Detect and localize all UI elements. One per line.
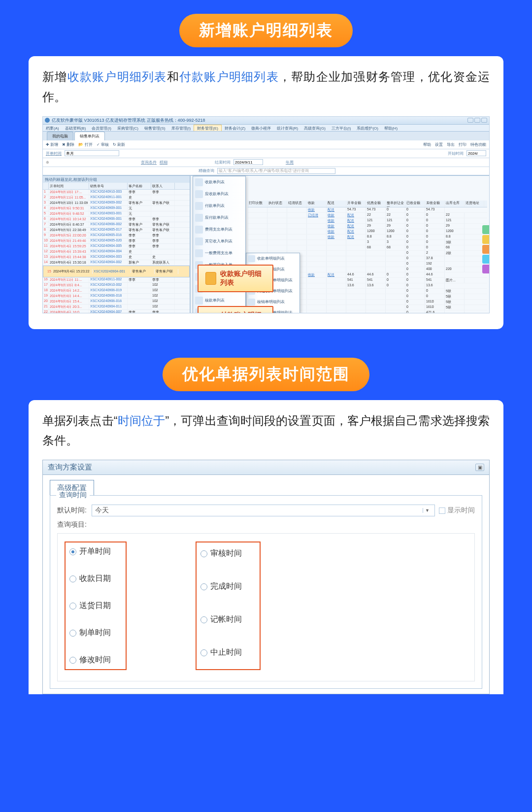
table-row[interactable]: 42024年9月9日 9:50:31XSCX20240909-001无: [43, 206, 190, 211]
menu-item[interactable]: 应收款单列表: [193, 188, 245, 200]
menu-item[interactable]: 一般费用支出单: [193, 247, 245, 259]
fuzzy-link[interactable]: 模糊: [160, 160, 167, 165]
callout-pay: 付款账户明细列表: [198, 306, 273, 313]
menu-item[interactable]: 费用支出单列表: [193, 224, 245, 236]
table-row[interactable]: 收款配送12112100121: [248, 218, 487, 224]
menu-item[interactable]: 付款单列表: [193, 200, 245, 212]
table-row[interactable]: 12024年9月10日 17:...XSCX20240910-003李李李李: [43, 190, 190, 195]
menu-item[interactable]: 应付款单列表: [193, 212, 245, 224]
radio-option[interactable]: 送货日期: [69, 601, 111, 611]
menu-item[interactable]: 帮助(H): [381, 125, 400, 131]
section1-header: 新增账户明细列表: [0, 0, 532, 56]
menu-icon: [195, 202, 203, 210]
radio-option[interactable]: 修改时间: [69, 655, 111, 665]
toolbar-right-item[interactable]: 打印: [459, 142, 466, 147]
filter-time-label[interactable]: 开单时间: [46, 151, 62, 156]
table-row[interactable]: 22024年9月11日 11:05...XSCX20240911-001史: [43, 195, 190, 201]
start-time-input[interactable]: [466, 150, 486, 156]
query-conditions-link[interactable]: 查询条件: [141, 160, 157, 165]
right-grid-header: 打印次数执行状态结清状态收款配送开单金额优惠金额整单折让金额已收金额未收金额出库…: [248, 201, 487, 207]
dialog-close-icon[interactable]: ▣: [475, 464, 484, 471]
radio-option[interactable]: 中止时间: [200, 647, 242, 658]
table-row[interactable]: 68680068: [248, 245, 487, 251]
menu-item[interactable]: 微商小程序: [248, 125, 274, 131]
toolbar-right-item[interactable]: 导出: [447, 142, 455, 147]
table-row[interactable]: 62024年9月6日 10:14:32XSCX20240906-001李李李李: [43, 217, 190, 222]
dialog-title: 查询方案设置: [48, 463, 92, 472]
table-row[interactable]: 82024年9月5日 22:38:49XSCX20240905-017零售客户零…: [43, 228, 190, 233]
radio-option[interactable]: 记帐时间: [200, 614, 242, 625]
default-time-select[interactable]: 今天 ▼: [92, 505, 435, 516]
menu-item[interactable]: 销售管理(S): [141, 125, 168, 131]
radio-option[interactable]: 审核时间: [200, 548, 242, 559]
menubar[interactable]: 档案(A)基础资料(B)会员管理(I)采购管理(C)销售管理(S)库存管理(I)…: [43, 125, 489, 132]
table-row[interactable]: 182024年9月6日 14:2...XSCX20240906-019102: [43, 288, 190, 294]
finance-dropdown-menu[interactable]: 收款单列表应收款单列表付款单列表应付款单列表费用支出单列表其它收入单列表一般费用…: [193, 176, 246, 313]
menu-item[interactable]: 其它收入单列表: [193, 236, 245, 247]
table-row[interactable]: 收款配送8.88.8008.8: [248, 235, 487, 240]
table-row[interactable]: 已结清收款配送22220022: [248, 213, 487, 218]
table-row[interactable]: 122024年9月4日 15:39:43XSCX20240904-004史: [43, 249, 190, 255]
grid-rows[interactable]: 12024年9月10日 17:...XSCX20240910-003李李李李22…: [43, 190, 190, 313]
filter-time-value[interactable]: [65, 150, 119, 156]
menu-item[interactable]: 库存管理(I): [168, 125, 194, 131]
table-row[interactable]: 202024年9月6日 15:4...XSCX20240906-016102: [43, 299, 190, 304]
table-row[interactable]: 162024年9月11日 11:...XSCX20240911-002李李李李: [43, 277, 190, 283]
tab-item[interactable]: 销售单列表: [74, 132, 105, 140]
show-time-checkbox[interactable]: 显示时间: [439, 506, 475, 515]
toolbar-right-item[interactable]: 特色功能: [470, 142, 486, 147]
table-row[interactable]: 112024年9月4日 15:59:25XSCX20240904-005李李李李: [43, 244, 190, 249]
submenu-item[interactable]: 收款单明细列表: [246, 253, 299, 264]
toolbar-refresh[interactable]: ↻ 刷新: [113, 142, 125, 147]
menu-item[interactable]: 财务管理(E): [194, 125, 222, 131]
menu-item[interactable]: 系统维护(O): [354, 125, 381, 131]
tab-item[interactable]: 我的电脑: [47, 132, 73, 140]
toolbar-right-item[interactable]: 设置: [435, 142, 443, 147]
radio-option[interactable]: 开单时间: [69, 546, 111, 557]
dropdown-arrow-icon[interactable]: ▼: [423, 508, 432, 513]
table-row[interactable]: 152024年9月4日 15:23:22XSCX20240904-001零售客户…: [43, 266, 190, 277]
table-row[interactable]: 192024年9月6日 14:4...XSCX20240906-018102: [43, 294, 190, 299]
table-row[interactable]: 收款配送54.7354.730054.73: [248, 207, 487, 213]
table-row[interactable]: 收款配送29290029: [248, 224, 487, 229]
table-row[interactable]: 102024年9月5日 21:49:46XSCX20240905-020李李李李: [43, 238, 190, 244]
menu-item[interactable]: 会员管理(I): [89, 125, 114, 131]
search-input[interactable]: [217, 168, 335, 174]
document-tabs[interactable]: 我的电脑销售单列表: [43, 132, 489, 140]
menu-item[interactable]: 高级查询(G): [301, 125, 329, 131]
table-row[interactable]: 132024年9月4日 15:44:38XSCX20240904-003史史: [43, 255, 190, 260]
toolbar-right-item[interactable]: 帮助: [423, 142, 431, 147]
menu-item[interactable]: 采购管理(C): [114, 125, 141, 131]
table-row[interactable]: 92024年9月5日 22:00:20XSCX20240905-016李李李李: [43, 233, 190, 238]
table-row[interactable]: 收款配送12001200001200: [248, 229, 487, 235]
toolbar-new[interactable]: ✚ 新增: [46, 142, 58, 147]
toolbar-audit[interactable]: ✓ 审核: [97, 142, 109, 147]
table-row[interactable]: 142024年9月4日 15:30:18XSCX20240904-002新客户系…: [43, 260, 190, 266]
table-row[interactable]: 222024年9月4日 16:0...XSCX20240904-007李李李李: [43, 310, 190, 313]
maximize-button[interactable]: [474, 118, 480, 123]
menu-item[interactable]: 收款单列表: [193, 176, 245, 188]
menu-item[interactable]: 财务会计(Z): [222, 125, 248, 131]
toolbar-open[interactable]: 📂 打开: [78, 142, 92, 147]
radio-option[interactable]: 完成时间: [200, 581, 242, 592]
table-row[interactable]: 172024年9月10日 8:4...XSCX20240910-002102: [43, 283, 190, 288]
close-button[interactable]: [481, 118, 487, 123]
table-row[interactable]: 212024年9月4日 20:3...XSCX20240904-011102: [43, 304, 190, 310]
year-week-link[interactable]: 年周: [286, 160, 294, 165]
end-time-input[interactable]: [233, 159, 263, 165]
minimize-button[interactable]: [467, 118, 473, 123]
query-items-label: 查询项目:: [57, 520, 92, 529]
menu-item[interactable]: 三方平台(I): [329, 125, 354, 131]
table-row[interactable]: 32024年9月10日 11:33:09XSCX20240909-002零售客户…: [43, 201, 190, 206]
menu-item[interactable]: 统计查询(R): [274, 125, 301, 131]
radio-option[interactable]: 收款日期: [69, 574, 111, 584]
menu-item[interactable]: 基础资料(B): [62, 125, 89, 131]
grid-area: 拖动列标题至此,根据该列分组 开单时间销售单号客户名称联系人 12024年9月1…: [43, 176, 489, 313]
table-row[interactable]: 72024年9月6日 8:46:37XSCX20240906-002零售客户零售…: [43, 222, 190, 228]
menu-item[interactable]: 核款单列表: [193, 295, 245, 306]
toolbar-delete[interactable]: ✖ 删除: [62, 142, 74, 147]
table-row[interactable]: 33003联: [248, 240, 487, 245]
menu-item[interactable]: 档案(A): [43, 125, 62, 131]
radio-option[interactable]: 制单时间: [69, 628, 111, 638]
table-row[interactable]: 52024年9月6日 9:48:52XSCX20240903-001无: [43, 211, 190, 217]
